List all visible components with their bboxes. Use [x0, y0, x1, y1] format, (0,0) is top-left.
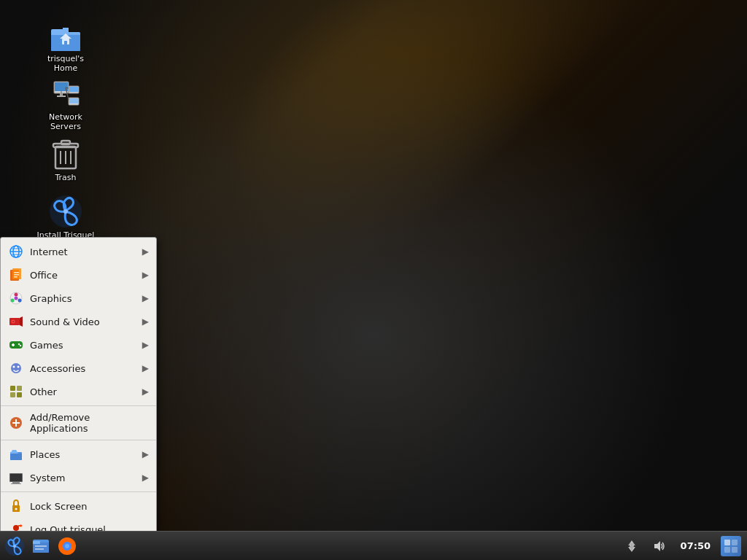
taskbar-clock[interactable]: 07:50	[676, 539, 715, 553]
menu-item-office[interactable]: Office ▶	[1, 263, 156, 287]
soundvideo-icon	[8, 314, 24, 330]
menu-item-soundvideo[interactable]: Sound & Video ▶	[1, 310, 156, 333]
tray-volume[interactable]	[649, 537, 670, 556]
soundvideo-arrow: ▶	[142, 316, 149, 327]
svg-marker-43	[20, 316, 23, 327]
taskbar-browser-icon[interactable]	[55, 534, 79, 558]
svg-point-49	[18, 343, 20, 345]
places-arrow: ▶	[142, 449, 149, 459]
svg-rect-6	[64, 41, 67, 44]
graphics-icon	[8, 290, 24, 306]
internet-arrow: ▶	[142, 246, 149, 257]
places-label: Places	[30, 449, 142, 460]
lockscreen-icon	[8, 498, 24, 514]
svg-rect-33	[12, 268, 21, 279]
svg-rect-35	[14, 274, 19, 276]
home-icon-label: trisquel's Home	[36, 54, 96, 73]
menu-item-addremove[interactable]: Add/Remove Applications	[1, 408, 156, 438]
svg-point-38	[15, 293, 18, 297]
taskbar-files-icon[interactable]	[29, 534, 53, 558]
svg-point-83	[65, 544, 69, 548]
menu-separator-2	[1, 440, 156, 440]
svg-point-52	[13, 366, 15, 368]
svg-rect-55	[17, 386, 22, 391]
svg-rect-64	[10, 474, 22, 481]
internet-icon	[8, 244, 24, 260]
menu-item-accessories[interactable]: Accessories ▶	[1, 357, 156, 380]
svg-rect-36	[14, 276, 18, 278]
menu-item-lockscreen[interactable]: Lock Screen	[1, 494, 156, 518]
trisquel-icon	[48, 194, 83, 229]
taskbar-right: 07:50	[621, 536, 744, 556]
soundvideo-label: Sound & Video	[30, 316, 142, 327]
internet-label: Internet	[30, 246, 142, 257]
taskbar: 07:50	[0, 531, 747, 560]
places-icon	[8, 446, 24, 462]
menu-item-internet[interactable]: Internet ▶	[1, 240, 156, 263]
addremove-icon	[8, 415, 24, 431]
svg-point-41	[15, 297, 18, 300]
svg-rect-48	[12, 344, 15, 346]
volume-icon	[651, 538, 667, 554]
desktop-icon-trash[interactable]: Trash	[33, 133, 98, 185]
svg-rect-65	[12, 482, 20, 483]
svg-rect-79	[35, 545, 47, 547]
games-icon	[8, 337, 24, 353]
taskbar-left	[3, 534, 79, 558]
svg-rect-34	[14, 272, 19, 273]
accessories-icon	[8, 360, 24, 376]
menu-item-games[interactable]: Games ▶	[1, 333, 156, 357]
system-icon	[8, 470, 24, 486]
tray-network[interactable]	[621, 537, 643, 556]
svg-point-75	[13, 545, 16, 548]
svg-rect-57	[17, 392, 22, 397]
system-label: System	[30, 472, 142, 483]
svg-rect-21	[61, 141, 70, 144]
addremove-label: Add/Remove Applications	[30, 412, 149, 434]
network-icon	[48, 76, 83, 111]
trash-icon-label: Trash	[55, 173, 76, 182]
menu-item-graphics[interactable]: Graphics ▶	[1, 287, 156, 310]
desktop-icon-home[interactable]: trisquel's Home	[33, 15, 98, 76]
svg-point-39	[11, 299, 15, 303]
other-arrow: ▶	[142, 386, 149, 397]
application-menu: Internet ▶ Office ▶	[0, 237, 157, 560]
system-arrow: ▶	[142, 472, 149, 483]
office-arrow: ▶	[142, 270, 149, 280]
accessories-arrow: ▶	[142, 363, 149, 373]
other-icon	[8, 384, 24, 400]
workspace-switcher[interactable]	[721, 536, 741, 556]
svg-point-50	[20, 345, 21, 346]
graphics-label: Graphics	[30, 293, 142, 304]
home-folder-icon	[48, 18, 83, 52]
svg-point-40	[18, 299, 22, 303]
menu-item-places[interactable]: Places ▶	[1, 443, 156, 466]
svg-rect-77	[33, 542, 49, 553]
svg-rect-78	[33, 541, 40, 544]
office-icon	[8, 267, 24, 283]
office-label: Office	[30, 270, 142, 281]
accessories-label: Accessories	[30, 363, 142, 374]
other-label: Other	[30, 386, 142, 397]
svg-point-53	[18, 366, 20, 368]
lockscreen-label: Lock Screen	[30, 501, 149, 512]
svg-point-69	[13, 525, 19, 531]
menu-item-other[interactable]: Other ▶	[1, 380, 156, 403]
svg-rect-66	[11, 483, 21, 484]
games-arrow: ▶	[142, 340, 149, 350]
menu-separator-3	[1, 491, 156, 492]
menu-separator-1	[1, 405, 156, 406]
svg-rect-80	[35, 548, 44, 550]
svg-rect-62	[10, 454, 22, 460]
taskbar-trisquel-icon[interactable]	[3, 534, 26, 558]
desktop[interactable]: trisquel's Home	[0, 0, 747, 531]
menu-item-system[interactable]: System ▶	[1, 466, 156, 489]
desktop-icon-network[interactable]: Network Servers	[33, 73, 98, 134]
network-arrows-icon	[624, 538, 640, 554]
svg-rect-12	[69, 87, 78, 92]
svg-rect-90	[724, 540, 730, 545]
graphics-arrow: ▶	[142, 293, 149, 303]
svg-point-26	[63, 209, 68, 214]
trash-icon	[48, 136, 83, 171]
svg-rect-16	[69, 98, 78, 104]
